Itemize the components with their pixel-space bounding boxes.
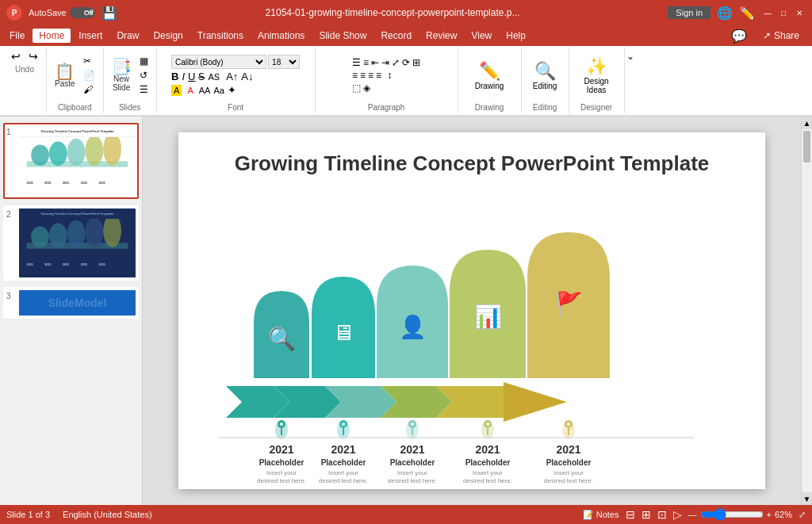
scroll-down-button[interactable]: ▼ [802,492,812,505]
increase-indent-button[interactable]: ⇥ [381,57,389,68]
comment-icon[interactable]: 💬 [731,29,747,44]
align-text-button[interactable]: ⬚ [352,82,361,94]
share-button[interactable]: ↗ Share [753,29,809,43]
scroll-up-button[interactable]: ▲ [802,117,812,129]
slide-canvas[interactable]: Growing Timeline Concept PowerPoint Temp… [178,132,765,489]
bold-button[interactable]: B [171,71,178,82]
align-right-button[interactable]: ≡ [368,70,373,81]
strikethrough-button[interactable]: S̶ [198,71,205,82]
pen-icon[interactable]: ✏️ [739,6,755,21]
menu-transitions[interactable]: Transitions [191,29,250,43]
paste-button[interactable]: 📋 Paste [52,62,79,90]
menu-design[interactable]: Design [147,29,189,43]
redo-button[interactable]: ↪ [25,49,41,63]
copy-button[interactable]: 📄 [80,69,98,82]
cut-button[interactable]: ✂ [80,55,98,67]
decrease-font-button[interactable]: A↓ [241,71,253,82]
menu-file[interactable]: File [3,29,31,43]
change-case-button[interactable]: Aa [213,86,224,95]
paragraph-label: Paragraph [368,101,405,112]
menu-record[interactable]: Record [374,29,418,43]
slide-preview-2: Growing Timeline Concept PowerPoint Temp… [19,208,136,277]
convert-smartart-button[interactable]: ⟳ [402,57,410,68]
increase-font-button[interactable]: A↑ [226,71,238,82]
minimize-button[interactable]: — [761,6,774,19]
slide-thumbnail-2[interactable]: 2 Growing Timeline Concept PowerPoint Te… [3,205,139,281]
slide-num-3: 3 [6,290,16,300]
text-direction-button[interactable]: ⤢ [392,57,400,68]
menu-insert[interactable]: Insert [72,29,109,43]
font-size-select[interactable]: 18 [268,55,300,69]
highlight-button[interactable]: A [171,85,182,96]
svg-text:desired text here.: desired text here. [388,477,437,484]
undo-button[interactable]: ↩ [8,49,24,63]
font-label: Font [228,101,243,112]
notes-button[interactable]: 📝 Notes [583,510,619,520]
menu-slideshow[interactable]: Slide Show [312,29,373,43]
columns-button[interactable]: ⊞ [412,57,420,68]
menu-bar: File Home Insert Draw Design Transitions… [0,25,812,46]
format-painter-button[interactable]: 🖌 [80,83,98,96]
close-button[interactable]: ✕ [793,6,806,19]
autosave-toggle-switch[interactable]: Off [70,7,95,18]
char-spacing-button[interactable]: A‍A [199,86,211,95]
ribbon-collapse-button[interactable]: ⌄ [625,48,636,113]
globe-icon[interactable]: 🌐 [717,6,733,21]
font-name-select[interactable]: Calibri (Body) [171,55,266,69]
line-spacing-button[interactable]: ↕ [387,70,392,81]
sign-in-button[interactable]: Sign in [668,6,710,19]
menu-animations[interactable]: Animations [251,29,311,43]
align-left-button[interactable]: ≡ [352,70,358,81]
drawing-button[interactable]: ✏️ Drawing [472,59,508,92]
fit-window-button[interactable]: ⤢ [799,510,806,520]
slide-sorter-button[interactable]: ⊞ [642,508,651,521]
svg-marker-27 [504,382,567,422]
bullets-button[interactable]: ☰ [352,57,361,68]
zoom-slider[interactable] [700,508,764,521]
save-icon[interactable]: 💾 [102,6,117,21]
menu-review[interactable]: Review [419,29,463,43]
justify-button[interactable]: ≡ [376,70,381,81]
menu-view[interactable]: View [465,29,498,43]
menu-home[interactable]: Home [33,29,71,43]
design-ideas-icon: ✨ [586,56,607,77]
svg-text:desired text here.: desired text here. [319,477,368,484]
maximize-button[interactable]: □ [777,6,790,19]
ribbon: File Home Insert Draw Design Transitions… [0,25,812,117]
design-ideas-button[interactable]: ✨ DesignIdeas [581,55,612,96]
menu-draw[interactable]: Draw [110,29,145,43]
slide-preview-1: Growing Timeline Concept PowerPoint Temp… [19,126,136,196]
editing-group-label: Editing [533,101,557,112]
window-title: 21054-01-growing-timeline-concept-powerp… [124,7,662,18]
notes-icon: 📝 [583,510,594,520]
reading-view-button[interactable]: ⊡ [657,508,667,521]
decrease-indent-button[interactable]: ⇤ [371,57,379,68]
slideshow-view-button[interactable]: ▷ [673,508,682,521]
underline-button[interactable]: U [188,71,195,82]
align-center-button[interactable]: ≡ [360,70,366,81]
clipboard-label: Clipboard [58,101,92,112]
zoom-in-button[interactable]: + [767,510,772,519]
autosave-toggle[interactable]: AutoSave Off [29,7,95,18]
layout-button[interactable]: ▦ [136,55,151,67]
italic-button[interactable]: I [182,71,185,82]
new-slide-button[interactable]: 📑 NewSlide [109,57,135,94]
smartart-button[interactable]: ◈ [363,82,370,94]
normal-view-button[interactable]: ⊟ [626,508,635,521]
section-button[interactable]: ☰ [136,83,151,96]
svg-text:2021: 2021 [26,182,33,185]
text-shadow-button[interactable]: AS [208,72,220,82]
font-group: Calibri (Body) 18 B I U S̶ AS A↑ A↓ A [157,48,316,113]
clear-format-button[interactable]: ✦ [228,84,236,96]
scroll-thumb[interactable] [803,131,810,163]
right-scrollbar[interactable]: ▲ ▼ [801,117,812,505]
zoom-out-button[interactable]: — [688,510,697,519]
reset-button[interactable]: ↺ [136,69,151,82]
menu-help[interactable]: Help [500,29,532,43]
editing-button[interactable]: 🔍 Editing [530,59,561,92]
slides-group: 📑 NewSlide ▦ ↺ ☰ Slides [104,48,157,113]
numbering-button[interactable]: ≡ [363,57,369,68]
font-color-button[interactable]: A [185,85,195,96]
slide-thumbnail-1[interactable]: 1 Growing Timeline Concept PowerPoint Te… [3,123,139,199]
slide-thumbnail-3[interactable]: 3 SlideModel [3,287,139,319]
